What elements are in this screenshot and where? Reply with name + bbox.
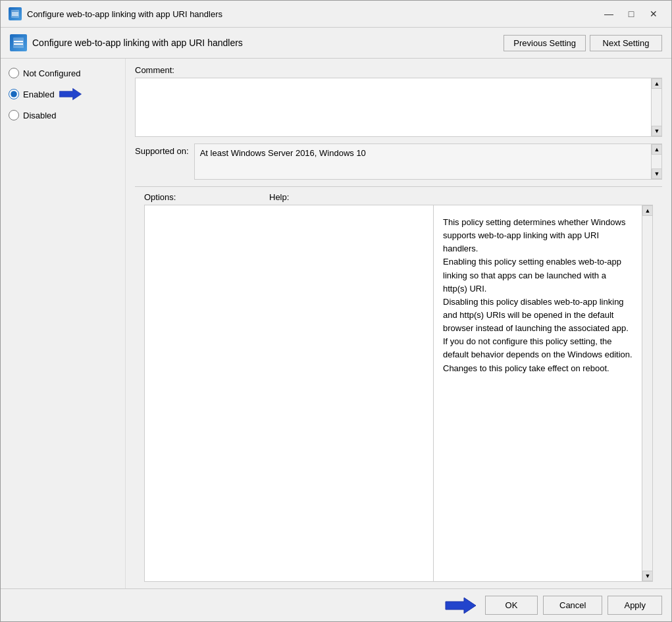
title-bar: Configure web-to-app linking with app UR… (1, 1, 671, 28)
help-text-area: This policy setting determines whether W… (434, 205, 642, 581)
supported-field: Supported on: At least Windows Server 20… (135, 143, 662, 180)
right-panel: Comment: ▲ ▼ Supported on: At least Wind… (126, 59, 671, 588)
supported-scroll-up[interactable]: ▲ (652, 144, 662, 155)
not-configured-label: Not Configured (23, 68, 80, 78)
svg-marker-6 (59, 88, 81, 99)
left-panel: Not Configured Enabled (1, 59, 126, 588)
help-para-1: This policy setting determines whether W… (443, 216, 633, 255)
not-configured-option[interactable]: Not Configured (9, 68, 117, 78)
options-label: Options: (144, 192, 269, 202)
disabled-option[interactable]: Disabled (9, 110, 117, 120)
svg-rect-0 (11, 10, 19, 18)
supported-scroll-down[interactable]: ▼ (652, 168, 662, 179)
previous-setting-button[interactable]: Previous Setting (504, 35, 586, 51)
help-scroll-down[interactable]: ▼ (642, 571, 653, 581)
lower-area: Options: Help: This policy setting deter… (135, 186, 662, 582)
close-button[interactable]: ✕ (644, 6, 663, 22)
svg-rect-4 (14, 41, 23, 42)
enabled-option[interactable]: Enabled (9, 89, 55, 99)
footer: OK Cancel Apply (1, 588, 671, 621)
help-label: Help: (269, 192, 289, 202)
title-bar-controls: — □ ✕ (599, 6, 663, 22)
help-para-4: If you do not configure this policy sett… (443, 335, 633, 375)
comment-section: Comment: ▲ ▼ (135, 65, 662, 137)
help-scroll-up[interactable]: ▲ (642, 205, 653, 216)
comment-scroll-down[interactable]: ▼ (652, 126, 662, 136)
supported-label: Supported on: (135, 143, 189, 156)
svg-rect-1 (12, 13, 18, 14)
supported-section: Supported on: At least Windows Server 20… (135, 143, 662, 180)
ok-button[interactable]: OK (485, 596, 538, 615)
svg-rect-3 (13, 38, 24, 48)
main-window: Configure web-to-app linking with app UR… (0, 0, 672, 622)
comment-textarea[interactable] (136, 78, 651, 136)
header-icon (10, 34, 27, 51)
comment-scroll-up[interactable]: ▲ (652, 78, 662, 89)
enabled-row: Enabled (9, 85, 117, 103)
lower-labels: Options: Help: (135, 187, 662, 205)
help-para-2: Enabling this policy setting enables web… (443, 255, 633, 295)
svg-rect-5 (14, 43, 23, 45)
disabled-label: Disabled (23, 111, 57, 120)
window-icon (9, 7, 22, 20)
next-setting-button[interactable]: Next Setting (590, 35, 662, 51)
disabled-radio[interactable] (9, 110, 19, 120)
not-configured-radio[interactable] (9, 68, 19, 78)
window-title: Configure web-to-app linking with app UR… (27, 9, 222, 19)
apply-button[interactable]: Apply (607, 596, 662, 615)
enabled-arrow-indicator (59, 85, 82, 103)
header-bar: Configure web-to-app linking with app UR… (1, 28, 671, 59)
enabled-radio[interactable] (9, 89, 19, 99)
svg-rect-2 (12, 14, 18, 16)
supported-value: At least Windows Server 2016, Windows 10 (195, 144, 651, 179)
content-area: Not Configured Enabled (1, 59, 671, 588)
lower-panels: This policy setting determines whether W… (144, 205, 653, 582)
footer-arrow-indicator (444, 596, 477, 615)
radio-group: Not Configured Enabled (9, 68, 117, 120)
comment-label: Comment: (135, 65, 662, 75)
cancel-button[interactable]: Cancel (543, 596, 602, 615)
header-buttons: Previous Setting Next Setting (504, 35, 662, 51)
options-panel (144, 205, 434, 582)
minimize-button[interactable]: — (599, 6, 619, 22)
header-left: Configure web-to-app linking with app UR… (10, 34, 243, 51)
header-title: Configure web-to-app linking with app UR… (32, 38, 243, 48)
help-para-3: Disabling this policy disables web-to-ap… (443, 296, 633, 335)
enabled-label: Enabled (23, 90, 55, 99)
title-bar-left: Configure web-to-app linking with app UR… (9, 7, 222, 20)
maximize-button[interactable]: □ (621, 6, 641, 22)
svg-marker-7 (446, 598, 476, 613)
